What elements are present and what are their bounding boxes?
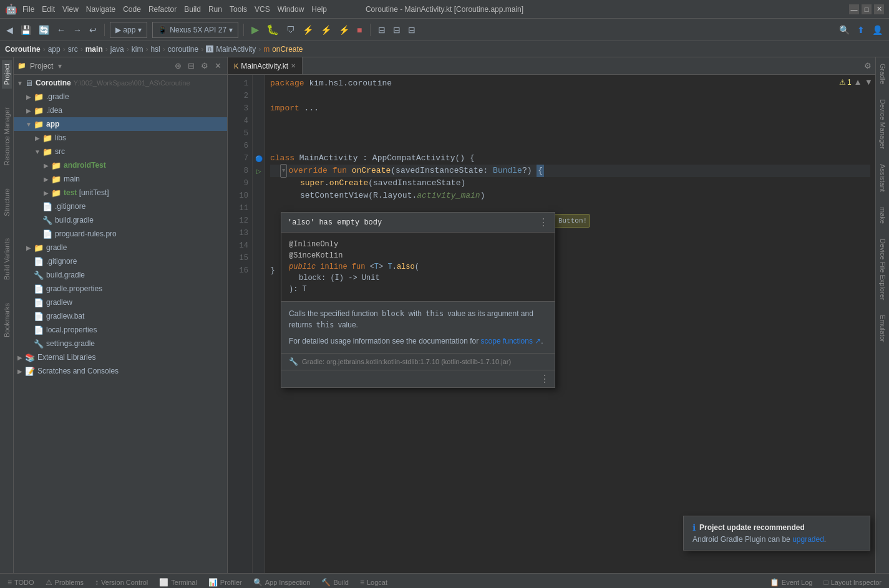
tree-item-test[interactable]: ▶ 📁 test [unitTest] [14, 186, 227, 200]
app-selector[interactable]: ▶ app ▾ [110, 22, 147, 38]
menu-run[interactable]: Run [208, 5, 222, 14]
tree-item-gradlewbat[interactable]: ▶ 📄 gradlew.bat [14, 309, 227, 323]
panel-collapse[interactable]: ⊟ [186, 60, 197, 71]
tree-item-gradlew[interactable]: ▶ 📄 gradlew [14, 296, 227, 309]
notification-upgrade-link[interactable]: upgraded [792, 535, 824, 544]
user-account[interactable]: 👤 [870, 22, 885, 38]
tree-item-gitignore-root[interactable]: ▶ 📄 .gitignore [14, 254, 227, 268]
apply-code-changes[interactable]: ⚡ [336, 22, 352, 38]
tree-item-gradle[interactable]: ▶ 📁 gradle [14, 241, 227, 254]
tree-item-gradle-hidden[interactable]: ▶ 📁 .gradle [14, 90, 227, 104]
toolbar-revert[interactable]: ↩ [87, 22, 99, 38]
tree-item-scratches[interactable]: ▶ 📝 Scratches and Consoles [14, 364, 227, 378]
menu-refactor[interactable]: Refactor [148, 5, 177, 14]
tab-action-more[interactable]: ⚙ [864, 61, 872, 70]
gutter-8[interactable]: ▷ [253, 165, 265, 177]
panel-locate[interactable]: ⊕ [173, 60, 183, 71]
tree-item-proguard[interactable]: ▶ 📄 proguard-rules.pro [14, 227, 227, 241]
menu-help[interactable]: Help [311, 5, 327, 14]
bottom-tool-problems[interactable]: ⚠ Problems [41, 575, 89, 589]
toolbar-save[interactable]: 💾 [18, 22, 34, 38]
breadcrumb-kim[interactable]: kim [132, 45, 143, 54]
bottom-tool-appinspection[interactable]: 🔍 App Inspection [248, 575, 316, 589]
tab-close-icon[interactable]: ✕ [291, 62, 296, 69]
gutter-7[interactable]: 🔵 [253, 152, 265, 165]
toolbar-sync[interactable]: 🔄 [36, 22, 52, 38]
tooltip-more-options[interactable]: ⋮ [540, 373, 550, 385]
tree-item-app[interactable]: ▼ 📁 app [14, 117, 227, 131]
breadcrumb-src[interactable]: src [68, 45, 78, 54]
tree-item-settingsgradle[interactable]: ▶ 🔧 settings.gradle [14, 337, 227, 350]
left-tab-structure[interactable]: Structure [2, 185, 12, 220]
close-button[interactable]: ✕ [874, 4, 884, 14]
tree-item-src[interactable]: ▼ 📁 src [14, 145, 227, 158]
tree-item-gradleprops[interactable]: ▶ 📄 gradle.properties [14, 282, 227, 296]
project-panel-dropdown[interactable]: ▾ [58, 62, 62, 70]
panel-close[interactable]: ✕ [213, 60, 223, 71]
right-tab-device-manager[interactable]: Device Manager [878, 95, 888, 153]
breadcrumb-coroutine[interactable]: Coroutine [5, 45, 41, 54]
breadcrumb-coroutine2[interactable]: coroutine [168, 45, 198, 54]
tree-item-localprops[interactable]: ▶ 📄 local.properties [14, 323, 227, 337]
bottom-tool-layoutinspector[interactable]: □ Layout Inspector [819, 575, 887, 589]
tree-item-extlibs[interactable]: ▶ 📚 External Libraries [14, 350, 227, 364]
tooltip-more-btn[interactable]: ⋮ [538, 216, 548, 228]
tree-item-main[interactable]: ▶ 📁 main [14, 172, 227, 186]
run-button[interactable]: ▶ [249, 22, 261, 37]
left-tab-project[interactable]: Project [2, 60, 12, 89]
tab-mainactivity[interactable]: K MainActivity.kt ✕ [228, 57, 303, 74]
apply-changes[interactable]: ⚡ [318, 22, 334, 38]
bottom-tool-logcat[interactable]: ≡ Logcat [355, 575, 392, 589]
breadcrumb-hsl[interactable]: hsl [150, 45, 160, 54]
maximize-button[interactable]: □ [862, 4, 872, 14]
tree-item-libs[interactable]: ▶ 📁 libs [14, 131, 227, 145]
breadcrumb-oncreate[interactable]: onCreate [272, 45, 303, 54]
bottom-tool-vcs[interactable]: ↕ Version Control [90, 575, 153, 589]
breadcrumb-main[interactable]: main [85, 45, 103, 54]
toolbar-nav-back[interactable]: ◀ [4, 22, 16, 38]
breadcrumb-java[interactable]: java [110, 45, 124, 54]
run-with-coverage[interactable]: ⛉ [284, 22, 298, 38]
device-selector[interactable]: 📱 Nexus 5X API 27 ▾ [152, 22, 238, 38]
tree-item-buildgradle-app[interactable]: ▶ 🔧 build.gradle [14, 213, 227, 227]
right-tab-emulator[interactable]: Emulator [878, 311, 888, 346]
menu-view[interactable]: View [62, 5, 79, 14]
menu-window[interactable]: Window [278, 5, 304, 14]
bottom-tool-build[interactable]: 🔨 Build [316, 575, 353, 589]
warning-up[interactable]: ▲ [854, 77, 862, 87]
warning-down[interactable]: ▼ [865, 77, 873, 87]
right-tab-gradle[interactable]: Gradle [878, 60, 888, 88]
toolbar-forward[interactable]: → [70, 22, 84, 38]
tooltip-scope-link[interactable]: scope functions ↗ [481, 337, 542, 345]
menu-vcs[interactable]: VCS [255, 5, 270, 14]
bottom-tool-todo[interactable]: ≡ TODO [2, 575, 39, 589]
menu-file[interactable]: File [22, 5, 34, 14]
bottom-tool-terminal[interactable]: ⬜ Terminal [154, 575, 202, 589]
toolbar-back[interactable]: ← [54, 22, 68, 38]
tree-item-gitignore-app[interactable]: ▶ 📄 .gitignore [14, 200, 227, 213]
left-tab-resource[interactable]: Resource Manager [2, 104, 12, 170]
menu-code[interactable]: Code [123, 5, 141, 14]
menu-tools[interactable]: Tools [230, 5, 247, 14]
stop-button[interactable]: ■ [354, 22, 364, 38]
breadcrumb-mainactivity[interactable]: MainActivity [216, 45, 256, 54]
menu-edit[interactable]: Edit [42, 5, 55, 14]
menu-build[interactable]: Build [184, 5, 201, 14]
breadcrumb-app[interactable]: app [48, 45, 61, 54]
tree-item-buildgradle-root[interactable]: ▶ 🔧 build.gradle [14, 268, 227, 282]
right-tab-device-file[interactable]: Device File Explorer [878, 235, 888, 304]
tree-item-androidtest[interactable]: ▶ 📁 androidTest [14, 158, 227, 172]
debug-button[interactable]: 🐛 [264, 22, 281, 37]
profile-button[interactable]: ⚡ [300, 22, 316, 38]
right-tab-assistant[interactable]: Assistant [878, 160, 888, 196]
search-everywhere[interactable]: 🔍 [837, 22, 852, 38]
tree-item-root[interactable]: ▼ 🖥 Coroutine Y:\002_WorkSpace\001_AS\Co… [14, 76, 227, 90]
bottom-tool-profiler[interactable]: 📊 Profiler [203, 575, 247, 589]
right-tab-make[interactable]: make [878, 203, 888, 228]
left-tab-bookmarks[interactable]: Bookmarks [2, 299, 12, 341]
toolbar-more3[interactable]: ⊟ [406, 22, 418, 38]
toolbar-more2[interactable]: ⊟ [391, 22, 403, 38]
left-tab-buildvariants[interactable]: Build Variants [2, 234, 12, 284]
toolbar-more1[interactable]: ⊟ [376, 22, 388, 38]
settings-sync[interactable]: ⬆ [855, 22, 867, 38]
